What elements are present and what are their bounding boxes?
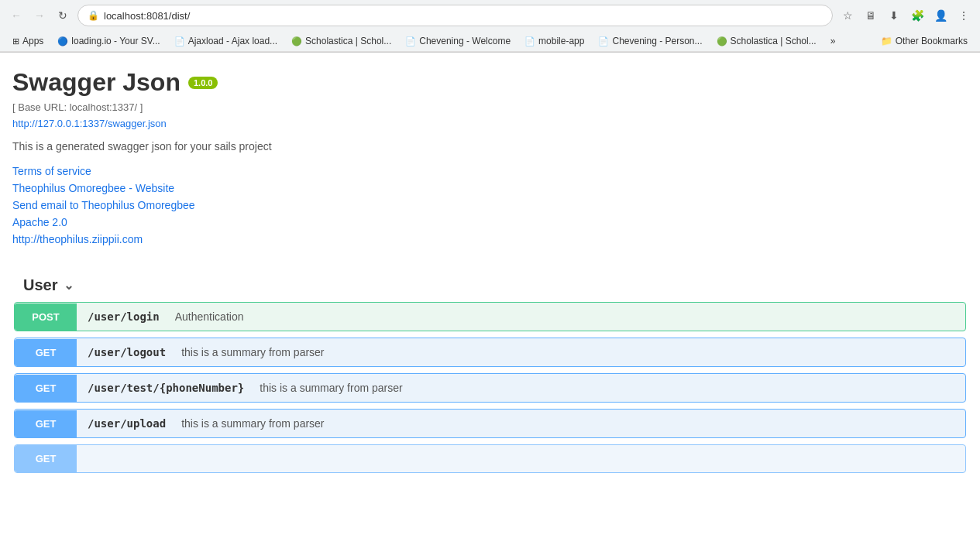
profile-button[interactable]: 👤 — [930, 5, 951, 26]
endpoint-get-logout[interactable]: GET /user/logout this is a summary from … — [14, 338, 966, 367]
other-bookmarks[interactable]: 📁 Other Bookmarks — [875, 34, 974, 48]
bookmark-mobile-app-label: mobile-app — [538, 36, 584, 46]
bookmark-loading[interactable]: 🔵 loading.io - Your SV... — [51, 34, 166, 48]
version-badge: 1.0.0 — [188, 77, 218, 89]
url-text: localhost:8081/dist/ — [104, 10, 190, 22]
website-link[interactable]: Theophilus Omoregbee - Website — [12, 182, 968, 194]
base-url: [ Base URL: localhost:1337/ ] — [12, 101, 968, 113]
bookmark-ajaxload[interactable]: 📄 Ajaxload - Ajax load... — [168, 34, 284, 48]
endpoint-get-test[interactable]: GET /user/test/{phoneNumber} this is a s… — [14, 373, 966, 403]
email-link[interactable]: Send email to Theophilus Omoregbee — [12, 199, 968, 211]
endpoint-summary-partial — [98, 451, 108, 467]
scholastica1-icon: 🟢 — [291, 36, 302, 46]
lock-icon: 🔒 — [88, 10, 99, 21]
endpoint-summary-login: Authentication — [170, 303, 249, 331]
endpoint-summary-upload: this is a summary from parser — [177, 410, 328, 437]
extensions-button[interactable]: 🧩 — [907, 5, 927, 26]
chevening-welcome-icon: 📄 — [405, 36, 416, 46]
swagger-title: Swagger Json — [12, 68, 181, 97]
bookmark-scholastica1-label: Scholastica | Schol... — [305, 36, 391, 46]
scholastica2-icon: 🟢 — [717, 36, 727, 46]
page-content: Swagger Json 1.0.0 [ Base URL: localhost… — [0, 53, 980, 504]
chevron-down-icon: ⌄ — [64, 278, 74, 293]
reload-button[interactable]: ↻ — [53, 5, 73, 26]
endpoint-path-test: /user/test/{phoneNumber} — [77, 374, 255, 402]
menu-button[interactable]: ⋮ — [954, 5, 974, 26]
browser-toolbar: ← → ↻ 🔒 localhost:8081/dist/ ☆ 🖥 ⬇ 🧩 👤 ⋮ — [0, 0, 980, 31]
get-badge-partial: GET — [15, 445, 77, 472]
website-url-link[interactable]: http://theophilus.ziippii.com — [12, 233, 968, 245]
mobile-app-icon: 📄 — [524, 36, 535, 46]
downloads-button[interactable]: ⬇ — [884, 5, 904, 26]
license-link[interactable]: Apache 2.0 — [12, 216, 968, 228]
endpoints-list: POST /user/login Authentication GET /use… — [12, 302, 968, 473]
bookmark-mobile-app[interactable]: 📄 mobile-app — [518, 34, 590, 48]
back-button[interactable]: ← — [6, 5, 26, 26]
more-chevron-icon: » — [830, 36, 836, 46]
swagger-links: Terms of service Theophilus Omoregbee - … — [12, 165, 968, 245]
ajaxload-icon: 📄 — [174, 36, 185, 46]
get-badge-logout: GET — [15, 339, 77, 366]
apps-icon: ⊞ — [12, 36, 19, 46]
terms-of-service-link[interactable]: Terms of service — [12, 165, 968, 177]
browser-chrome: ← → ↻ 🔒 localhost:8081/dist/ ☆ 🖥 ⬇ 🧩 👤 ⋮… — [0, 0, 980, 53]
bookmarks-bar: ⊞ Apps 🔵 loading.io - Your SV... 📄 Ajaxl… — [0, 31, 980, 52]
bookmark-ajaxload-label: Ajaxload - Ajax load... — [188, 36, 277, 46]
post-badge: POST — [15, 303, 77, 331]
cast-button[interactable]: 🖥 — [861, 5, 881, 26]
user-section-title: User — [23, 276, 57, 294]
user-section: User ⌄ POST /user/login Authentication G… — [12, 269, 968, 473]
swagger-json-link[interactable]: http://127.0.0.1:1337/swagger.json — [12, 118, 968, 129]
address-bar[interactable]: 🔒 localhost:8081/dist/ — [77, 5, 833, 26]
swagger-title-row: Swagger Json 1.0.0 — [12, 68, 968, 97]
get-badge-test: GET — [15, 375, 77, 402]
bookmark-star-button[interactable]: ☆ — [837, 5, 858, 26]
get-badge-upload: GET — [15, 410, 77, 437]
endpoint-path-upload: /user/upload — [77, 410, 177, 437]
chevening-person-icon: 📄 — [598, 36, 609, 46]
bookmark-chevening-welcome-label: Chevening - Welcome — [419, 36, 511, 46]
endpoint-summary-logout: this is a summary from parser — [177, 338, 328, 366]
endpoint-summary-test: this is a summary from parser — [255, 374, 407, 402]
bookmark-apps[interactable]: ⊞ Apps — [6, 34, 50, 48]
bookmark-more-chevron[interactable]: » — [824, 34, 842, 48]
endpoint-get-partial[interactable]: GET — [14, 444, 966, 473]
bookmark-apps-label: Apps — [22, 36, 43, 46]
bookmark-chevening-person[interactable]: 📄 Chevening - Person... — [592, 34, 708, 48]
forward-button[interactable]: → — [29, 5, 50, 26]
browser-actions: ☆ 🖥 ⬇ 🧩 👤 ⋮ — [837, 5, 974, 26]
folder-icon: 📁 — [881, 36, 892, 46]
other-bookmarks-label: Other Bookmarks — [896, 36, 968, 46]
nav-buttons: ← → ↻ — [6, 5, 73, 26]
endpoint-get-upload[interactable]: GET /user/upload this is a summary from … — [14, 409, 966, 438]
bookmark-scholastica1[interactable]: 🟢 Scholastica | Schol... — [285, 34, 397, 48]
bookmark-scholastica2[interactable]: 🟢 Scholastica | Schol... — [710, 34, 823, 48]
bookmark-chevening-person-label: Chevening - Person... — [612, 36, 702, 46]
user-section-header[interactable]: User ⌄ — [12, 269, 968, 302]
endpoint-path-login: /user/login — [77, 303, 170, 331]
bookmark-loading-label: loading.io - Your SV... — [71, 36, 160, 46]
loading-icon: 🔵 — [57, 36, 68, 46]
swagger-description: This is a generated swagger json for you… — [12, 140, 968, 153]
bookmark-scholastica2-label: Scholastica | Schol... — [731, 36, 817, 46]
endpoint-path-partial — [77, 451, 98, 467]
endpoint-post-login[interactable]: POST /user/login Authentication — [14, 302, 966, 331]
bookmark-chevening-welcome[interactable]: 📄 Chevening - Welcome — [399, 34, 517, 48]
endpoint-path-logout: /user/logout — [77, 338, 177, 366]
